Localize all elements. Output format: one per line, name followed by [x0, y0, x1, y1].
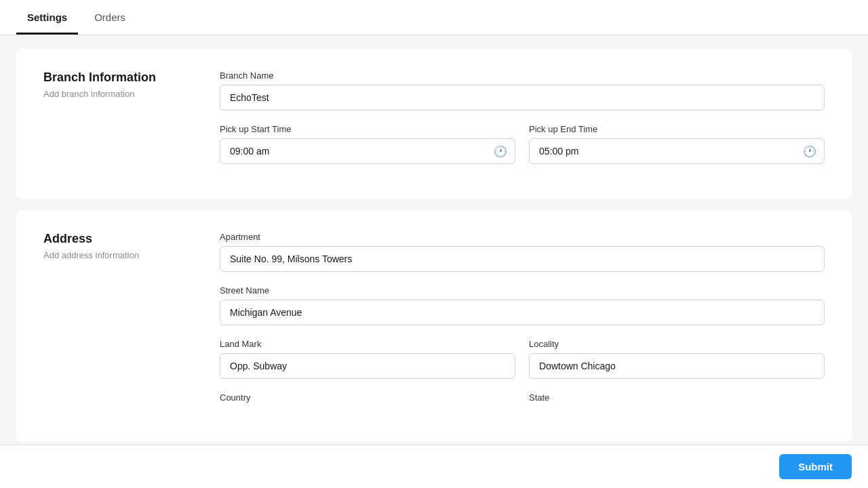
address-section-subtitle: Add address information: [43, 250, 193, 260]
branch-name-label: Branch Name: [220, 70, 825, 81]
pickup-end-label: Pick up End Time: [529, 124, 825, 134]
street-label: Street Name: [220, 285, 825, 296]
pickup-start-group: Pick up Start Time 🕐: [220, 124, 515, 164]
branch-fields: Branch Name Pick up Start Time 🕐 Pick up…: [220, 70, 825, 178]
street-input[interactable]: [220, 300, 825, 325]
landmark-label: Land Mark: [220, 339, 515, 349]
locality-group: Locality: [529, 339, 825, 379]
country-label: Country: [220, 392, 515, 403]
pickup-end-wrapper: 🕐: [529, 138, 825, 164]
top-nav: Settings Orders: [0, 0, 868, 35]
apartment-input[interactable]: [220, 246, 825, 272]
submit-button[interactable]: Submit: [779, 454, 852, 479]
tab-orders[interactable]: Orders: [83, 2, 136, 35]
branch-section: Branch Information Add branch informatio…: [16, 49, 852, 199]
country-state-row: Country State: [220, 392, 825, 420]
tab-settings[interactable]: Settings: [16, 2, 78, 35]
address-section-info: Address Add address information: [43, 232, 220, 260]
landmark-input[interactable]: [220, 353, 515, 379]
landmark-locality-row: Land Mark Locality: [220, 339, 825, 392]
pickup-end-group: Pick up End Time 🕐: [529, 124, 825, 164]
locality-input[interactable]: [529, 353, 825, 379]
branch-name-group: Branch Name: [220, 70, 825, 110]
address-section: Address Add address information Apartmen…: [16, 210, 852, 442]
submit-bar: Submit: [0, 445, 868, 488]
apartment-label: Apartment: [220, 232, 825, 242]
state-label: State: [529, 392, 825, 403]
pickup-end-input[interactable]: [529, 138, 825, 164]
apartment-group: Apartment: [220, 232, 825, 272]
branch-section-title: Branch Information: [43, 70, 193, 85]
pickup-start-label: Pick up Start Time: [220, 124, 515, 134]
locality-label: Locality: [529, 339, 825, 349]
branch-section-info: Branch Information Add branch informatio…: [43, 70, 220, 99]
branch-name-input[interactable]: [220, 85, 825, 110]
state-group: State: [529, 392, 825, 407]
branch-section-subtitle: Add branch information: [43, 89, 193, 99]
address-fields: Apartment Street Name Land Mark Locality: [220, 232, 825, 420]
address-section-title: Address: [43, 232, 193, 246]
pickup-times-row: Pick up Start Time 🕐 Pick up End Time 🕐: [220, 124, 825, 178]
street-group: Street Name: [220, 285, 825, 325]
pickup-start-wrapper: 🕐: [220, 138, 515, 164]
landmark-group: Land Mark: [220, 339, 515, 379]
pickup-start-input[interactable]: [220, 138, 515, 164]
main-content: Branch Information Add branch informatio…: [0, 35, 868, 488]
country-group: Country: [220, 392, 515, 407]
